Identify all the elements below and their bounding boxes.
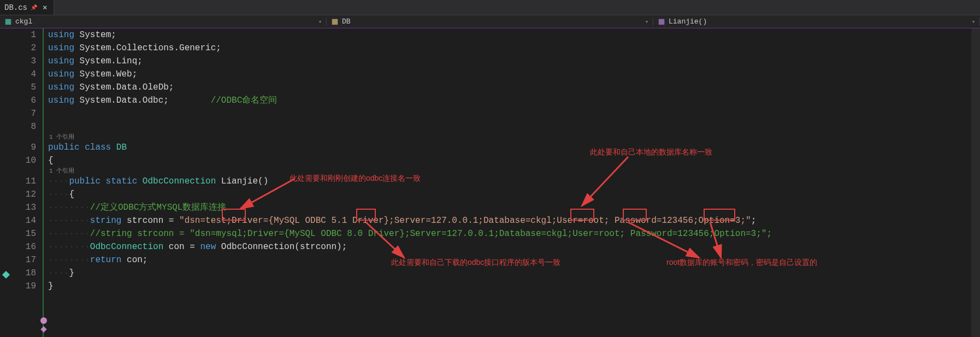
codelens-spacer bbox=[11, 167, 36, 175]
line-number: 4 bbox=[11, 68, 36, 81]
nav-method-label: Lianjie() bbox=[669, 17, 707, 26]
line-number: 2 bbox=[11, 42, 36, 55]
code-line: ····public static OdbcConnection Lianjie… bbox=[48, 175, 980, 188]
nav-class[interactable]: DB ▾ bbox=[327, 17, 653, 26]
codelens[interactable]: 1 个引用 bbox=[48, 133, 980, 141]
code-line: { bbox=[48, 154, 980, 167]
svg-rect-2 bbox=[659, 19, 665, 25]
code-line: ········//定义ODBC方式MYSQL数据库连接 bbox=[48, 201, 980, 214]
margin bbox=[0, 28, 11, 337]
method-icon bbox=[658, 18, 665, 26]
code-line: ········OdbcConnection con = new OdbcCon… bbox=[48, 240, 980, 253]
code-line: ········//string strconn = "dsn=mysql;Dr… bbox=[48, 227, 980, 240]
nav-method[interactable]: Lianjie() ▾ bbox=[653, 17, 980, 26]
line-number: 7 bbox=[11, 107, 36, 120]
code-line: using System; bbox=[48, 28, 980, 42]
namespace-icon bbox=[4, 18, 12, 26]
code-line: public class DB bbox=[48, 141, 980, 154]
vertical-scrollbar[interactable] bbox=[971, 28, 980, 337]
line-gutter: 1 2 3 4 5 6 7 8 9 10 11 12 13 14 15 16 1… bbox=[11, 28, 44, 337]
code-line: using System.Data.OleDb; bbox=[48, 81, 980, 94]
codelens-spacer bbox=[11, 133, 36, 141]
code-line: ····} bbox=[48, 267, 980, 280]
line-number: 5 bbox=[11, 81, 36, 94]
class-icon bbox=[331, 18, 339, 26]
nav-namespace[interactable]: ckgl ▾ bbox=[0, 17, 327, 26]
line-number: 6 bbox=[11, 94, 36, 107]
line-number: 1 bbox=[11, 28, 36, 42]
line-number: 3 bbox=[11, 55, 36, 68]
chevron-down-icon: ▾ bbox=[318, 19, 322, 25]
code-line: ········string strconn = "dsn=test;Drive… bbox=[48, 214, 980, 227]
chevron-down-icon: ▾ bbox=[972, 19, 975, 25]
pin-icon[interactable]: 📌 bbox=[31, 4, 37, 11]
svg-rect-0 bbox=[5, 19, 11, 25]
code-line: using System.Data.Odbc; //ODBC命名空间 bbox=[48, 94, 980, 107]
code-line bbox=[48, 120, 980, 133]
line-number: 18 bbox=[11, 267, 36, 280]
code-line: ········return con; bbox=[48, 253, 980, 267]
code-line: } bbox=[48, 280, 980, 293]
tab-filename: DB.cs bbox=[4, 3, 27, 12]
line-number: 12 bbox=[11, 188, 36, 201]
nav-namespace-label: ckgl bbox=[15, 17, 32, 26]
code-line: using System.Linq; bbox=[48, 55, 980, 68]
code-line bbox=[48, 107, 980, 120]
tab-bar: DB.cs 📌 ✕ bbox=[0, 0, 980, 15]
file-tab[interactable]: DB.cs 📌 ✕ bbox=[0, 0, 54, 15]
line-number: 13 bbox=[11, 201, 36, 214]
code-content[interactable]: using System; using System.Collections.G… bbox=[44, 28, 980, 337]
chevron-down-icon: ▾ bbox=[645, 19, 648, 25]
line-number: 11 bbox=[11, 175, 36, 188]
code-line: using System.Web; bbox=[48, 68, 980, 81]
editor[interactable]: 1 2 3 4 5 6 7 8 9 10 11 12 13 14 15 16 1… bbox=[0, 28, 980, 337]
navigation-bar: ckgl ▾ DB ▾ Lianjie() ▾ bbox=[0, 15, 980, 28]
line-number: 16 bbox=[11, 240, 36, 253]
close-icon[interactable]: ✕ bbox=[40, 3, 49, 12]
line-number: 15 bbox=[11, 227, 36, 240]
line-number: 8 bbox=[11, 120, 36, 133]
line-number: 14 bbox=[11, 214, 36, 227]
code-line: using System.Collections.Generic; bbox=[48, 42, 980, 55]
code-line: ····{ bbox=[48, 188, 980, 201]
line-number: 17 bbox=[11, 253, 36, 267]
line-number: 10 bbox=[11, 154, 36, 167]
nav-class-label: DB bbox=[342, 17, 351, 26]
line-number: 9 bbox=[11, 141, 36, 154]
breakpoint-marker-icon[interactable] bbox=[40, 317, 47, 324]
codelens[interactable]: 1 个引用 bbox=[48, 167, 980, 175]
line-number: 19 bbox=[11, 280, 36, 293]
svg-rect-1 bbox=[332, 19, 338, 25]
